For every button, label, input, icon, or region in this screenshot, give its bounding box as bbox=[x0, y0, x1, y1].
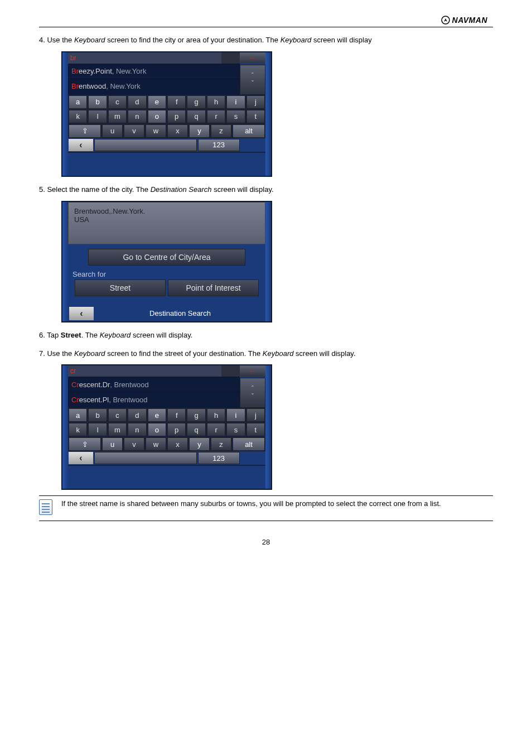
suggestion-row[interactable]: Brentwood, New.York bbox=[68, 79, 240, 94]
key-u[interactable]: u bbox=[102, 124, 123, 138]
key-j[interactable]: j bbox=[246, 95, 265, 109]
screen-title: Destination Search bbox=[95, 309, 265, 317]
key-y[interactable]: y bbox=[189, 124, 210, 138]
location-display: Brentwood,.New.York. USA bbox=[68, 202, 265, 244]
key-w[interactable]: w bbox=[146, 124, 166, 138]
on-screen-keyboard: a b c d e f g h i j k l m n o p bbox=[68, 408, 265, 466]
key-z[interactable]: z bbox=[211, 437, 231, 451]
key-h[interactable]: h bbox=[207, 408, 225, 422]
screenshot-3-keyboard-street: cr ← Crescent.Dr, Brentwood Crescent.Pl,… bbox=[61, 364, 272, 490]
key-y[interactable]: y bbox=[189, 437, 210, 451]
key-l[interactable]: l bbox=[88, 423, 107, 436]
key-shift[interactable]: ⇧ bbox=[69, 124, 101, 138]
key-numeric[interactable]: 123 bbox=[198, 139, 240, 151]
key-d[interactable]: d bbox=[128, 95, 146, 109]
back-button[interactable]: ‹ bbox=[69, 452, 93, 464]
key-x[interactable]: x bbox=[167, 124, 188, 138]
key-w[interactable]: w bbox=[146, 437, 166, 451]
scroll-updown-button[interactable]: ˆˇ bbox=[240, 378, 265, 408]
key-j[interactable]: j bbox=[246, 408, 265, 422]
back-button[interactable]: ‹ bbox=[69, 139, 93, 151]
key-e[interactable]: e bbox=[148, 95, 166, 109]
note-row: If the street name is shared between man… bbox=[39, 499, 493, 515]
key-q[interactable]: q bbox=[187, 423, 205, 436]
suggestion-list: Breezy.Point, New.York Brentwood, New.Yo… bbox=[68, 64, 240, 95]
brand-text: NAVMAN bbox=[452, 16, 487, 25]
key-s[interactable]: s bbox=[226, 423, 245, 436]
key-space[interactable] bbox=[94, 452, 197, 464]
key-n[interactable]: n bbox=[128, 423, 146, 436]
key-o[interactable]: o bbox=[148, 423, 166, 436]
key-c[interactable]: c bbox=[108, 95, 127, 109]
backspace-button[interactable]: ← bbox=[240, 365, 265, 377]
note-icon bbox=[39, 499, 52, 515]
suggestion-row[interactable]: Breezy.Point, New.York bbox=[68, 64, 240, 79]
key-g[interactable]: g bbox=[187, 95, 205, 109]
poi-button[interactable]: Point of Interest bbox=[168, 280, 259, 296]
key-h[interactable]: h bbox=[207, 95, 225, 109]
key-t[interactable]: t bbox=[246, 423, 265, 436]
key-i[interactable]: i bbox=[226, 408, 245, 422]
street-button[interactable]: Street bbox=[75, 280, 166, 296]
key-m[interactable]: m bbox=[108, 110, 127, 123]
key-shift[interactable]: ⇧ bbox=[69, 437, 101, 451]
screenshot-1-keyboard-city: br ← Breezy.Point, New.York Brentwood, N… bbox=[61, 51, 272, 177]
key-v[interactable]: v bbox=[124, 437, 144, 451]
key-b[interactable]: b bbox=[88, 408, 107, 422]
top-rule bbox=[39, 27, 493, 27]
key-m[interactable]: m bbox=[108, 423, 127, 436]
screenshot-2-destination-search: Brentwood,.New.York. USA Go to Centre of… bbox=[61, 201, 272, 322]
key-alt[interactable]: alt bbox=[233, 124, 265, 138]
scroll-updown-button[interactable]: ˆˇ bbox=[240, 65, 265, 95]
key-e[interactable]: e bbox=[148, 408, 166, 422]
page-number: 28 bbox=[39, 538, 493, 546]
key-q[interactable]: q bbox=[187, 110, 205, 123]
key-c[interactable]: c bbox=[108, 408, 127, 422]
key-f[interactable]: f bbox=[167, 408, 186, 422]
note-text: If the street name is shared between man… bbox=[61, 499, 493, 508]
suggestion-row[interactable]: Crescent.Pl, Brentwood bbox=[68, 392, 240, 407]
key-d[interactable]: d bbox=[128, 408, 146, 422]
suggestion-list: Crescent.Dr, Brentwood Crescent.Pl, Bren… bbox=[68, 377, 240, 408]
search-for-label: Search for bbox=[68, 266, 265, 280]
key-a[interactable]: a bbox=[69, 95, 87, 109]
key-f[interactable]: f bbox=[167, 95, 186, 109]
step-4-text: 4. Use the Keyboard screen to find the c… bbox=[39, 35, 493, 46]
key-s[interactable]: s bbox=[226, 110, 245, 123]
brand-icon bbox=[441, 16, 450, 25]
key-i[interactable]: i bbox=[226, 95, 245, 109]
key-r[interactable]: r bbox=[207, 423, 225, 436]
brand-logo: NAVMAN bbox=[441, 16, 487, 25]
key-r[interactable]: r bbox=[207, 110, 225, 123]
key-u[interactable]: u bbox=[102, 437, 123, 451]
key-b[interactable]: b bbox=[88, 95, 107, 109]
key-g[interactable]: g bbox=[187, 408, 205, 422]
step-7-text: 7. Use the Keyboard screen to find the s… bbox=[39, 349, 493, 359]
key-p[interactable]: p bbox=[167, 423, 186, 436]
back-button[interactable]: ‹ bbox=[69, 307, 94, 320]
key-p[interactable]: p bbox=[167, 110, 186, 123]
key-v[interactable]: v bbox=[124, 124, 144, 138]
key-alt[interactable]: alt bbox=[233, 437, 265, 451]
key-k[interactable]: k bbox=[69, 423, 87, 436]
key-t[interactable]: t bbox=[246, 110, 265, 123]
on-screen-keyboard: a b c d e f g h i j k l m n o p bbox=[68, 95, 265, 153]
key-o[interactable]: o bbox=[148, 110, 166, 123]
step-5-text: 5. Select the name of the city. The Dest… bbox=[39, 185, 493, 195]
note-top-rule bbox=[39, 495, 493, 496]
key-k[interactable]: k bbox=[69, 110, 87, 123]
key-x[interactable]: x bbox=[167, 437, 188, 451]
backspace-button[interactable]: ← bbox=[240, 52, 265, 64]
key-z[interactable]: z bbox=[211, 124, 231, 138]
note-bottom-rule bbox=[39, 521, 493, 521]
key-space[interactable] bbox=[94, 139, 197, 151]
key-numeric[interactable]: 123 bbox=[198, 452, 240, 464]
search-input[interactable]: cr bbox=[68, 365, 221, 377]
key-a[interactable]: a bbox=[69, 408, 87, 422]
key-l[interactable]: l bbox=[88, 110, 107, 123]
suggestion-row[interactable]: Crescent.Dr, Brentwood bbox=[68, 377, 240, 392]
query-row: cr ← bbox=[68, 365, 265, 377]
key-n[interactable]: n bbox=[128, 110, 146, 123]
search-input[interactable]: br bbox=[68, 52, 221, 64]
go-to-centre-button[interactable]: Go to Centre of City/Area bbox=[88, 249, 245, 266]
